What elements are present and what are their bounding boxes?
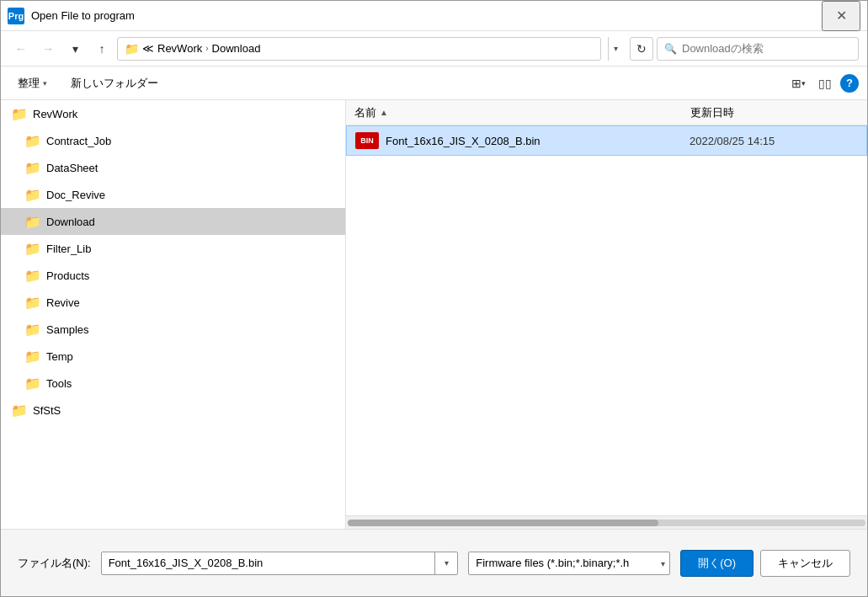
breadcrumb-sep: ≪ — [142, 42, 154, 55]
bottom-bar: ファイル名(N): ▾ Firmware files (*.bin;*.bina… — [1, 529, 867, 596]
breadcrumb-root: RevWork — [157, 42, 202, 55]
folder-item[interactable]: 📁RevWork — [1, 100, 345, 127]
folder-name: Products — [46, 269, 89, 282]
folder-name: Temp — [46, 350, 73, 363]
view-buttons: ⊞ ▾ ▯▯ ? — [786, 72, 859, 95]
folder-icon: 📁 — [24, 187, 41, 203]
folder-tree: 📁RevWork📁Contract_Job📁DataSheet📁Doc_Revi… — [1, 100, 346, 529]
folder-icon: 📁 — [11, 106, 28, 122]
search-icon: 🔍 — [664, 43, 677, 55]
refresh-button[interactable]: ↻ — [630, 37, 653, 61]
filename-input[interactable] — [101, 552, 459, 575]
folder-item[interactable]: 📁SfStS — [1, 397, 345, 424]
forward-button[interactable]: → — [36, 37, 60, 61]
panes-button[interactable]: ▯▯ — [813, 72, 837, 95]
folder-name: RevWork — [33, 108, 77, 120]
folder-icon: 📁 — [24, 241, 41, 257]
folder-item[interactable]: 📁Samples — [1, 316, 345, 343]
up-button[interactable]: ↑ — [90, 37, 114, 61]
organize-label: 整理 — [18, 76, 40, 91]
folder-icon: 📁 — [125, 42, 139, 56]
main-content: 📁RevWork📁Contract_Job📁DataSheet📁Doc_Revi… — [1, 100, 867, 529]
file-list: BINFont_16x16_JIS_X_0208_B.bin2022/08/25… — [346, 125, 867, 515]
dropdown-nav-button[interactable]: ▾ — [63, 37, 87, 61]
folder-name: Download — [46, 216, 95, 228]
folder-name: Samples — [46, 323, 89, 336]
folder-name: Filter_Lib — [46, 243, 91, 255]
filename-input-wrap: ▾ — [101, 552, 459, 575]
folder-icon: 📁 — [24, 268, 41, 284]
filename-dropdown-button[interactable]: ▾ — [434, 552, 458, 575]
folder-icon: 📁 — [24, 349, 41, 365]
folder-item[interactable]: 📁Revive — [1, 289, 345, 316]
new-folder-button[interactable]: 新しいフォルダー — [62, 72, 167, 95]
cancel-button[interactable]: キャンセル — [760, 550, 850, 577]
new-folder-label: 新しいフォルダー — [71, 76, 158, 91]
file-name: Font_16x16_JIS_X_0208_B.bin — [386, 135, 683, 147]
search-input[interactable] — [682, 42, 851, 55]
nav-toolbar: ← → ▾ ↑ 📁 ≪ RevWork › Download ▾ ↻ 🔍 — [1, 31, 867, 67]
folder-item[interactable]: 📁Filter_Lib — [1, 235, 345, 262]
open-button[interactable]: 開く(O) — [680, 550, 754, 577]
folder-icon: 📁 — [24, 214, 41, 230]
folder-name: DataSheet — [46, 162, 98, 174]
open-file-dialog: Prg Open File to program ✕ ← → ▾ ↑ 📁 ≪ R… — [0, 0, 868, 597]
action-buttons: 開く(O) キャンセル — [680, 550, 850, 577]
scroll-thumb — [348, 520, 658, 526]
folder-item[interactable]: 📁Tools — [1, 370, 345, 397]
folder-name: SfStS — [33, 404, 61, 417]
file-list-header: 名前 ▲ 更新日時 — [346, 100, 867, 125]
table-row[interactable]: BINFont_16x16_JIS_X_0208_B.bin2022/08/25… — [346, 125, 867, 156]
folder-icon: 📁 — [24, 160, 41, 176]
scroll-track — [348, 520, 865, 526]
organize-arrow: ▾ — [43, 79, 47, 88]
folder-name: Doc_Revive — [46, 189, 105, 201]
folder-name: Tools — [46, 377, 72, 390]
folder-item[interactable]: 📁Contract_Job — [1, 127, 345, 154]
filetype-select[interactable]: Firmware files (*.bin;*.binary;*.h — [468, 552, 670, 575]
close-button[interactable]: ✕ — [822, 1, 860, 31]
folder-item[interactable]: 📁DataSheet — [1, 154, 345, 181]
folder-item[interactable]: 📁Temp — [1, 343, 345, 370]
breadcrumb[interactable]: 📁 ≪ RevWork › Download — [117, 37, 601, 61]
folder-item[interactable]: 📁Download — [1, 208, 345, 235]
folder-icon: 📁 — [11, 402, 28, 418]
view-toggle-button[interactable]: ⊞ ▾ — [786, 72, 810, 95]
organize-button[interactable]: 整理 ▾ — [9, 72, 56, 95]
filetype-select-wrap: Firmware files (*.bin;*.binary;*.h ▾ — [468, 552, 670, 575]
breadcrumb-dropdown-button[interactable]: ▾ — [608, 37, 623, 61]
sort-icon: ▲ — [380, 108, 388, 117]
folder-name: Contract_Job — [46, 135, 111, 147]
folder-name: Revive — [46, 296, 80, 309]
dialog-title: Open File to program — [31, 9, 822, 22]
col-date-header: 更新日時 — [690, 105, 859, 120]
folder-icon: 📁 — [24, 133, 41, 149]
title-bar: Prg Open File to program ✕ — [1, 1, 867, 31]
folder-icon: 📁 — [24, 295, 41, 311]
folder-item[interactable]: 📁Doc_Revive — [1, 181, 345, 208]
app-icon: Prg — [8, 8, 24, 24]
breadcrumb-current: Download — [212, 42, 261, 55]
back-button[interactable]: ← — [9, 37, 33, 61]
file-type-icon: BIN — [355, 132, 379, 149]
action-toolbar: 整理 ▾ 新しいフォルダー ⊞ ▾ ▯▯ ? — [1, 67, 867, 100]
file-list-panel: 名前 ▲ 更新日時 BINFont_16x16_JIS_X_0208_B.bin… — [346, 100, 867, 529]
horizontal-scrollbar[interactable] — [346, 515, 867, 529]
folder-item[interactable]: 📁Products — [1, 262, 345, 289]
col-name-header[interactable]: 名前 ▲ — [354, 105, 690, 120]
folder-icon: 📁 — [24, 322, 41, 338]
help-button[interactable]: ? — [840, 74, 859, 93]
file-date: 2022/08/25 14:15 — [690, 135, 858, 147]
search-bar: 🔍 — [657, 37, 859, 61]
folder-icon: 📁 — [24, 376, 41, 392]
filename-label: ファイル名(N): — [18, 556, 91, 571]
breadcrumb-arrow: › — [205, 44, 208, 53]
